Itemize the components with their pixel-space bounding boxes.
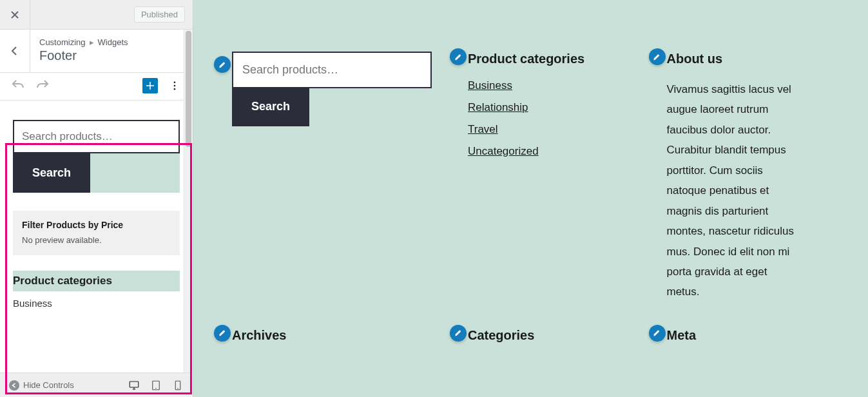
add-block-button[interactable] — [142, 78, 158, 93]
panel-top-bar: Published — [0, 0, 193, 30]
filter-block-title: Filter Products by Price — [22, 220, 171, 230]
widget-title: Meta — [667, 328, 830, 343]
pencil-icon — [218, 61, 227, 69]
section-title: Footer — [39, 48, 128, 63]
tablet-icon — [150, 380, 162, 391]
editor-filter-block[interactable]: Filter Products by Price No preview avai… — [13, 211, 180, 255]
more-options-button[interactable] — [167, 78, 182, 93]
redo-button[interactable] — [35, 78, 50, 93]
about-us-text: Vivamus sagittis lacus vel augue laoreet… — [667, 79, 802, 302]
categories-block-title: Product categories — [13, 271, 180, 291]
preview-search-button[interactable]: Search — [232, 87, 309, 126]
footer-widget-about-us: About us Vivamus sagittis lacus vel augu… — [667, 52, 830, 302]
pencil-icon — [653, 53, 661, 61]
svg-point-1 — [174, 85, 176, 87]
edit-shortcut-button[interactable] — [649, 48, 666, 65]
pencil-icon — [454, 329, 463, 337]
footer-widget-search: Search — [232, 52, 432, 302]
edit-shortcut-button[interactable] — [450, 48, 467, 65]
close-customizer-button[interactable] — [0, 0, 30, 29]
editor-toolbar — [0, 73, 193, 101]
chevron-left-icon — [10, 46, 20, 56]
svg-point-2 — [174, 88, 176, 90]
redo-icon — [35, 78, 50, 93]
widget-title: Product categories — [468, 52, 631, 66]
filter-block-subtitle: No preview available. — [22, 235, 171, 245]
plus-icon — [144, 80, 156, 92]
svg-rect-3 — [130, 382, 139, 387]
svg-point-0 — [174, 81, 176, 83]
customizer-panel: Published Customizing ▸ Widgets Footer — [0, 0, 193, 397]
editor-search-input[interactable] — [13, 120, 180, 153]
pencil-icon — [653, 329, 661, 337]
product-category-link[interactable]: Business — [468, 79, 512, 92]
editor-search-button[interactable]: Search — [13, 153, 90, 193]
desktop-icon — [128, 380, 140, 391]
breadcrumb-root: Customizing — [39, 37, 86, 47]
scrollbar-thumb[interactable] — [186, 31, 191, 147]
breadcrumb: Customizing ▸ Widgets Footer — [30, 30, 137, 72]
hide-controls-label: Hide Controls — [23, 380, 74, 390]
panel-scrollbar[interactable] — [184, 30, 193, 373]
product-category-link[interactable]: Uncategorized — [468, 145, 539, 158]
editor-search-block[interactable]: Search — [13, 120, 180, 193]
widget-editor: Search Filter Products by Price No previ… — [0, 101, 193, 373]
device-desktop-button[interactable] — [124, 376, 144, 395]
categories-block-item: Business — [13, 291, 180, 309]
edit-shortcut-button[interactable] — [214, 325, 231, 342]
live-preview: Search Product categories Business Relat… — [193, 0, 868, 397]
collapse-icon — [9, 380, 19, 391]
widget-title: Categories — [468, 328, 631, 343]
device-tablet-button[interactable] — [146, 376, 166, 395]
hide-controls-button[interactable]: Hide Controls — [5, 378, 78, 393]
publish-area: Published — [30, 0, 193, 29]
preview-search-input[interactable] — [232, 52, 432, 88]
widget-title: Archives — [232, 328, 432, 343]
section-header: Customizing ▸ Widgets Footer — [0, 30, 193, 73]
back-button[interactable] — [0, 30, 30, 72]
product-category-list: Business Relationship Travel Uncategoriz… — [468, 79, 631, 158]
editor-categories-block[interactable]: Product categories Business — [13, 271, 180, 309]
product-category-link[interactable]: Travel — [468, 123, 498, 136]
product-category-link[interactable]: Relationship — [468, 101, 528, 114]
close-icon — [10, 10, 20, 20]
edit-shortcut-button[interactable] — [450, 325, 467, 342]
footer-widget-archives: Archives — [232, 328, 432, 343]
breadcrumb-parent: Widgets — [98, 37, 128, 47]
undo-button[interactable] — [10, 78, 26, 93]
mobile-icon — [172, 380, 184, 391]
vertical-dots-icon — [169, 80, 180, 92]
device-mobile-button[interactable] — [168, 376, 188, 395]
panel-bottom-bar: Hide Controls — [0, 373, 193, 397]
pencil-icon — [218, 329, 227, 337]
footer-widget-meta: Meta — [667, 328, 830, 343]
widget-title: About us — [667, 52, 830, 66]
chevron-right-icon: ▸ — [90, 37, 94, 47]
edit-shortcut-button[interactable] — [649, 325, 666, 342]
footer-widget-categories: Categories — [468, 328, 631, 343]
published-state-button[interactable]: Published — [134, 6, 185, 23]
edit-shortcut-button[interactable] — [214, 56, 231, 73]
pencil-icon — [454, 53, 463, 61]
undo-icon — [10, 78, 26, 93]
footer-widget-product-categories: Product categories Business Relationship… — [468, 52, 631, 302]
